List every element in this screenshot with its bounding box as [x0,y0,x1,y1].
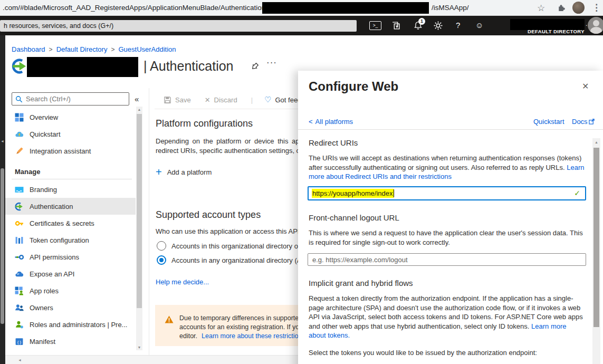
all-platforms-back-link[interactable]: <All platforms [309,118,353,126]
sidebar-item-label: Quickstart [30,130,61,138]
radio-unselected-icon[interactable] [157,241,166,251]
settings-gear-icon[interactable] [434,21,443,32]
sidebar-item-label: Certificates & secrets [30,219,94,227]
branding-icon [15,185,24,194]
sidebar-item-api-permissions[interactable]: API permissions [5,248,136,265]
svg-text:{ }: { } [17,339,22,344]
sidebar-section-manage: Manage [15,168,40,176]
integration-assistant-icon [15,147,24,156]
account-types-question: Who can use this application or access t… [156,227,303,235]
plus-icon: + [156,166,162,178]
configure-web-panel: Configure Web ✕ <All platforms Quickstar… [298,71,603,364]
overview-icon [15,113,24,122]
scrollbar-thumb[interactable] [594,148,599,327]
help-me-decide-link[interactable]: Help me decide... [156,278,209,286]
redirect-uri-value: https://youapp/home/index [312,189,394,198]
directory-filter-icon[interactable] [391,21,400,32]
sidebar-item-authentication[interactable]: Authentication [5,198,136,215]
save-icon [164,96,171,104]
add-platform-button[interactable]: + Add a platform [156,166,212,178]
redirect-uri-input[interactable]: https://youapp/home/index ✓ [308,186,586,200]
account-separator: . [586,20,587,27]
panel-scrollbar[interactable]: ▲ ▼ [592,138,600,364]
url-redaction-box [262,2,429,14]
sidebar-item-label: Authentication [30,203,73,210]
sidebar-scrollbar[interactable]: ▲ ▼ [136,107,142,350]
browser-profile-avatar[interactable] [572,2,585,14]
implicit-grant-heading: Implicit grant and hybrid flows [309,279,413,288]
roles-administrators-icon [15,320,24,329]
bookmark-star-icon[interactable]: ☆ [537,3,545,14]
sidebar-item-app-roles[interactable]: App roles [5,282,136,299]
sidebar-item-overview[interactable]: Overview [5,109,136,126]
left-edge-strip: ◄ [0,35,5,364]
sidebar-item-label: Manifest [30,338,55,346]
manifest-icon: { } [15,337,24,346]
sidebar-item-quickstart[interactable]: Quickstart [5,126,136,142]
discard-button[interactable]: ✕ Discard [205,96,237,104]
sidebar-search-input[interactable] [26,93,126,104]
workspace: ◄ Dashboard>Default Directory>GuestUserA… [0,35,603,364]
chevron-left-icon: < [309,118,313,126]
radio-selected-icon[interactable] [157,255,166,265]
authentication-icon [15,202,24,211]
redirect-uris-heading: Redirect URIs [309,138,358,147]
save-button[interactable]: Save [164,96,191,104]
breadcrumb-dashboard[interactable]: Dashboard [12,45,45,53]
save-label: Save [175,96,191,104]
help-icon[interactable]: ? [456,21,460,30]
notifications-bell-icon[interactable]: 1 [414,21,423,32]
sidebar-section-divider [12,179,132,179]
sidebar-item-manifest[interactable]: { } Manifest [5,333,136,350]
sidebar-item-owners[interactable]: Owners [5,299,136,316]
sidebar-item-label: API permissions [30,253,79,261]
valid-checkmark-icon: ✓ [574,189,580,197]
cloud-shell-icon[interactable]: >_ [369,21,381,30]
sidebar-item-roles-and-administrators[interactable]: Roles and administrators | Pre... [5,316,136,333]
warning-learn-more-link[interactable]: Learn more about these restrictions. [202,332,307,340]
sidebar-item-expose-an-api[interactable]: Expose an API [5,265,136,282]
scroll-up-icon[interactable]: ▲ [592,140,600,144]
sidebar-item-branding[interactable]: Branding [5,181,136,198]
key-icon [15,219,24,228]
close-icon[interactable]: ✕ [582,81,589,91]
sidebar-item-token-configuration[interactable]: Token configuration [5,232,136,248]
text-caret [394,189,395,197]
supported-account-types-heading: Supported account types [156,209,261,221]
account-avatar[interactable] [588,17,603,34]
discard-x-icon: ✕ [205,96,210,104]
implicit-grant-description: Request a token directly from the author… [309,294,585,340]
sidebar-item-label: Overview [30,113,58,121]
scroll-up-icon[interactable]: ▲ [136,108,142,111]
app-name-redaction-box [27,57,138,77]
browser-menu-icon[interactable]: ⋮ [592,2,601,13]
expose-api-icon [15,270,24,279]
scroll-down-icon[interactable]: ▼ [136,346,142,349]
feedback-smiley-icon[interactable]: ☺ [475,21,483,30]
select-tokens-text: Select the tokens you would like to be i… [309,349,537,357]
sidebar-item-certificates-secrets[interactable]: Certificates & secrets [5,215,136,232]
quickstart-link[interactable]: Quickstart [533,118,564,126]
docs-link[interactable]: Docs [572,118,595,126]
breadcrumb-default-directory[interactable]: Default Directory [56,45,108,53]
logout-url-input[interactable] [308,253,586,266]
extensions-puzzle-icon[interactable] [557,3,566,14]
azure-top-nav: h resources, services, and docs (G+/) >_… [0,16,603,35]
url-text[interactable]: .com/#blade/Microsoft_AAD_RegisteredApps… [3,4,288,12]
global-search-input[interactable]: h resources, services, and docs (G+/) [0,20,357,32]
panel-title: Configure Web [309,79,398,94]
scroll-left-icon[interactable]: ◄ [18,358,22,362]
sidebar-item-label: Owners [30,304,53,312]
owners-icon [15,303,24,312]
sidebar-collapse-icon[interactable]: « [135,94,139,103]
redirect-uris-description: The URIs we will accept as destinations … [309,154,585,181]
panel-divider [298,129,603,130]
left-strip-collapse-icon[interactable]: ◄ [1,139,4,143]
sidebar-item-integration-assistant[interactable]: Integration assistant [5,142,136,159]
app-roles-icon [15,286,24,295]
url-suffix-text: /isMSAApp/ [432,4,469,12]
left-strip-scrollbar[interactable] [1,168,4,324]
scrollbar-thumb[interactable] [137,114,142,308]
horizontal-scrollbar[interactable]: ◄ [5,355,299,364]
breadcrumb-separator: > [107,46,118,53]
